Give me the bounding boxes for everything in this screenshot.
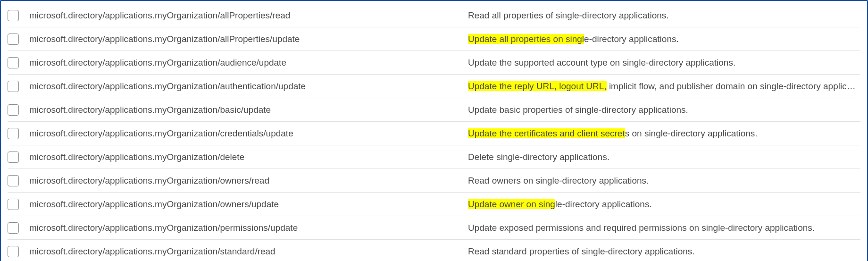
row-checkbox[interactable] <box>8 175 19 186</box>
permission-description: Update the certificates and client secre… <box>468 128 860 139</box>
row-checkbox[interactable] <box>8 104 19 116</box>
permission-name: microsoft.directory/applications.myOrgan… <box>29 10 468 21</box>
checkbox-cell <box>8 81 29 92</box>
permission-name: microsoft.directory/applications.myOrgan… <box>29 105 468 115</box>
table-row: microsoft.directory/applications.myOrgan… <box>8 27 860 51</box>
permission-description: Read owners on single-directory applicat… <box>468 176 860 186</box>
permission-description: Update basic properties of single-direct… <box>468 105 860 115</box>
permission-description: Read all properties of single-directory … <box>468 10 860 21</box>
permission-description: Update the reply URL, logout URL, implic… <box>468 81 860 92</box>
permission-description: Update the supported account type on sin… <box>468 58 860 68</box>
table-row: microsoft.directory/applications.myOrgan… <box>8 98 860 122</box>
row-checkbox[interactable] <box>8 10 19 21</box>
permission-name: microsoft.directory/applications.myOrgan… <box>29 199 468 210</box>
checkbox-cell <box>8 104 29 116</box>
row-checkbox[interactable] <box>8 34 19 45</box>
table-row: microsoft.directory/applications.myOrgan… <box>8 4 860 27</box>
table-row: microsoft.directory/applications.myOrgan… <box>8 122 860 145</box>
permission-name: microsoft.directory/applications.myOrgan… <box>29 81 468 92</box>
checkbox-cell <box>8 199 29 210</box>
permission-description: Update owner on single-directory applica… <box>468 199 860 210</box>
permission-description: Update exposed permissions and required … <box>468 223 860 233</box>
highlight-mark: Update owner on sing <box>468 199 555 209</box>
permission-description: Update all properties on single-director… <box>468 34 860 44</box>
permission-description: Read standard properties of single-direc… <box>468 246 860 257</box>
permission-name: microsoft.directory/applications.myOrgan… <box>29 152 468 162</box>
checkbox-cell <box>8 57 29 68</box>
permission-name: microsoft.directory/applications.myOrgan… <box>29 128 468 139</box>
permissions-table: microsoft.directory/applications.myOrgan… <box>0 0 868 261</box>
checkbox-cell <box>8 128 29 139</box>
permission-name: microsoft.directory/applications.myOrgan… <box>29 246 468 257</box>
table-row: microsoft.directory/applications.myOrgan… <box>8 240 860 261</box>
row-checkbox[interactable] <box>8 128 19 139</box>
checkbox-cell <box>8 246 29 257</box>
table-row: microsoft.directory/applications.myOrgan… <box>8 145 860 169</box>
checkbox-cell <box>8 10 29 21</box>
highlight-mark: Update all properties on singl <box>468 34 584 44</box>
row-checkbox[interactable] <box>8 199 19 210</box>
permission-name: microsoft.directory/applications.myOrgan… <box>29 34 468 44</box>
table-row: microsoft.directory/applications.myOrgan… <box>8 51 860 75</box>
row-checkbox[interactable] <box>8 222 19 234</box>
table-row: microsoft.directory/applications.myOrgan… <box>8 216 860 240</box>
row-checkbox[interactable] <box>8 246 19 257</box>
table-row: microsoft.directory/applications.myOrgan… <box>8 169 860 193</box>
permission-description: Delete single-directory applications. <box>468 152 860 162</box>
highlight-mark: Update the reply URL, logout URL, <box>468 81 607 91</box>
highlight-mark: Update the certificates and client secre… <box>468 128 625 138</box>
checkbox-cell <box>8 152 29 163</box>
checkbox-cell <box>8 175 29 186</box>
permission-name: microsoft.directory/applications.myOrgan… <box>29 223 468 233</box>
checkbox-cell <box>8 34 29 45</box>
table-row: microsoft.directory/applications.myOrgan… <box>8 193 860 216</box>
checkbox-cell <box>8 222 29 234</box>
row-checkbox[interactable] <box>8 81 19 92</box>
table-row: microsoft.directory/applications.myOrgan… <box>8 75 860 98</box>
permission-name: microsoft.directory/applications.myOrgan… <box>29 58 468 68</box>
row-checkbox[interactable] <box>8 152 19 163</box>
permission-name: microsoft.directory/applications.myOrgan… <box>29 176 468 186</box>
row-checkbox[interactable] <box>8 57 19 68</box>
